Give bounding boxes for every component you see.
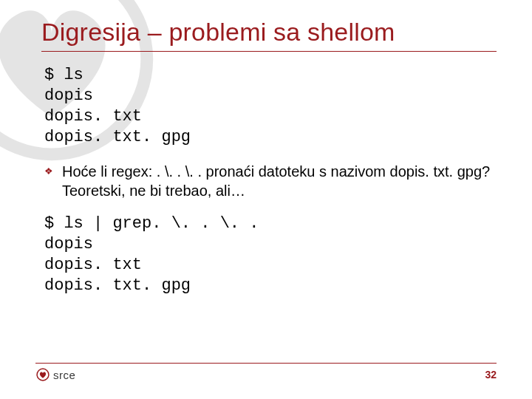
heart-logo-icon bbox=[35, 368, 50, 381]
slide-container: Digresija – problemi sa shellom $ ls dop… bbox=[0, 0, 532, 399]
footer-logo-text: srce bbox=[53, 369, 75, 381]
code-block-1: $ ls dopis dopis. txt dopis. txt. gpg bbox=[44, 65, 497, 149]
diamond-bullet-icon: ❖ bbox=[44, 166, 55, 177]
bullet-text: Hoće li regex: . \. . \. . pronaći datot… bbox=[62, 162, 497, 200]
footer-rule bbox=[35, 363, 497, 364]
code-block-2: $ ls | grep. \. . \. . dopis dopis. txt … bbox=[44, 214, 497, 297]
slide-footer: srce 32 bbox=[35, 363, 497, 381]
footer-logo: srce bbox=[35, 368, 75, 381]
page-number: 32 bbox=[485, 369, 497, 381]
title-underline bbox=[41, 51, 497, 52]
slide-title: Digresija – problemi sa shellom bbox=[41, 18, 497, 47]
bullet-item: ❖ Hoće li regex: . \. . \. . pronaći dat… bbox=[44, 162, 497, 200]
